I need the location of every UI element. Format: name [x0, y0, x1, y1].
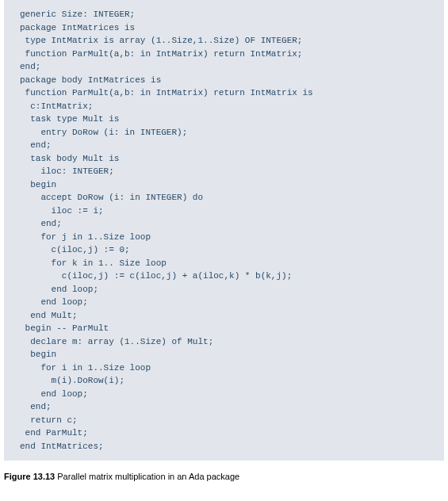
- code-line: for j in 1..Size loop: [4, 231, 444, 244]
- code-line: begin: [4, 178, 444, 192]
- code-line: accept DoRow (i: in INTEGER) do: [4, 191, 444, 205]
- code-line: iloc := i;: [4, 205, 444, 218]
- code-line: c(iloc,j) := 0;: [4, 243, 444, 257]
- code-line: end Mult;: [4, 309, 444, 323]
- code-line: end IntMatrices;: [4, 440, 444, 453]
- code-line: begin: [4, 348, 444, 361]
- code-line: declare m: array (1..Size) of Mult;: [4, 335, 444, 349]
- figure-label: Figure 13.13: [4, 472, 55, 481]
- code-line: iloc: INTEGER;: [4, 165, 444, 178]
- code-line: package IntMatrices is: [4, 21, 444, 35]
- code-line: package body IntMatrices is: [4, 74, 444, 87]
- code-line: end;: [4, 400, 444, 414]
- code-line: task type Mult is: [4, 113, 444, 126]
- code-line: m(i).DoRow(i);: [4, 374, 444, 388]
- code-line: c:IntMatrix;: [4, 100, 444, 113]
- code-line: end;: [4, 217, 444, 231]
- code-line: end ParMult;: [4, 426, 444, 440]
- code-line: function ParMult(a,b: in IntMatrix) retu…: [4, 86, 444, 100]
- code-line: end;: [4, 139, 444, 152]
- figure-caption: Figure 13.13 Parallel matrix multiplicat…: [0, 461, 448, 481]
- code-line: end;: [4, 60, 444, 74]
- code-line: c(iloc,j) := c(iloc,j) + a(iloc,k) * b(k…: [4, 270, 444, 283]
- code-line: return c;: [4, 414, 444, 427]
- figure-text: Parallel matrix multiplication in an Ada…: [55, 472, 239, 481]
- code-line: end loop;: [4, 283, 444, 296]
- code-line: end loop;: [4, 388, 444, 401]
- code-line: for k in 1.. Size loop: [4, 257, 444, 270]
- code-line: generic Size: INTEGER;: [4, 8, 444, 21]
- code-line: task body Mult is: [4, 152, 444, 166]
- code-line: function ParMult(a,b: in IntMatrix) retu…: [4, 48, 444, 61]
- code-line: type IntMatrix is array (1..Size,1..Size…: [4, 34, 444, 48]
- code-line: for i in 1..Size loop: [4, 361, 444, 375]
- code-line: begin -- ParMult: [4, 322, 444, 335]
- code-block: generic Size: INTEGER; package IntMatric…: [4, 0, 444, 461]
- code-line: entry DoRow (i: in INTEGER);: [4, 126, 444, 140]
- code-line: end loop;: [4, 296, 444, 309]
